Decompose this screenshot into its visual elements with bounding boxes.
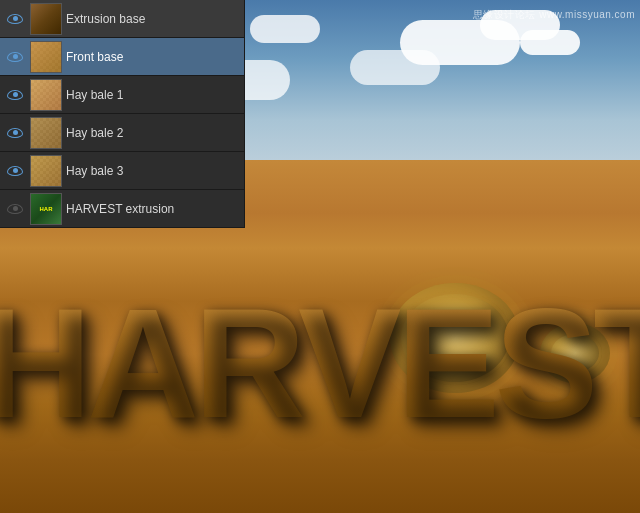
cloud-5	[250, 15, 320, 43]
layer-name-1: Extrusion base	[66, 12, 240, 26]
layer-thumbnail-5	[30, 155, 62, 187]
layer-thumbnail-4	[30, 117, 62, 149]
layer-thumbnail-1	[30, 3, 62, 35]
watermark: 思缘设计论坛 www.missyuan.com	[473, 8, 635, 22]
layer-name-3: Hay bale 1	[66, 88, 240, 102]
layer-thumbnail-2	[30, 41, 62, 73]
layer-row-hay-bale-3[interactable]: Hay bale 3	[0, 152, 244, 190]
visibility-toggle-6[interactable]	[4, 198, 26, 220]
visibility-toggle-4[interactable]	[4, 122, 26, 144]
layer-row-hay-bale-2[interactable]: Hay bale 2	[0, 114, 244, 152]
visibility-toggle-2[interactable]	[4, 46, 26, 68]
cloud-4	[350, 50, 440, 85]
visibility-toggle-3[interactable]	[4, 84, 26, 106]
layer-thumbnail-6: HAR	[30, 193, 62, 225]
layer-row-harvest-extrusion[interactable]: HAR HARVEST extrusion	[0, 190, 244, 228]
layer-thumbnail-3	[30, 79, 62, 111]
visibility-toggle-1[interactable]	[4, 8, 26, 30]
layer-name-6: HARVEST extrusion	[66, 202, 240, 216]
layer-name-2: Front base	[66, 50, 240, 64]
harvest-text: HARVEST.	[0, 275, 640, 453]
cloud-3	[520, 30, 580, 55]
layer-row-hay-bale-1[interactable]: Hay bale 1	[0, 76, 244, 114]
layer-name-4: Hay bale 2	[66, 126, 240, 140]
layers-panel: Extrusion base Front base	[0, 0, 245, 228]
layer-name-5: Hay bale 3	[66, 164, 240, 178]
layer-row-extrusion-base[interactable]: Extrusion base	[0, 0, 244, 38]
layer-row-front-base[interactable]: Front base	[0, 38, 244, 76]
visibility-toggle-5[interactable]	[4, 160, 26, 182]
main-container: HARVEST. 思缘设计论坛 www.missyuan.com Extrusi…	[0, 0, 640, 513]
